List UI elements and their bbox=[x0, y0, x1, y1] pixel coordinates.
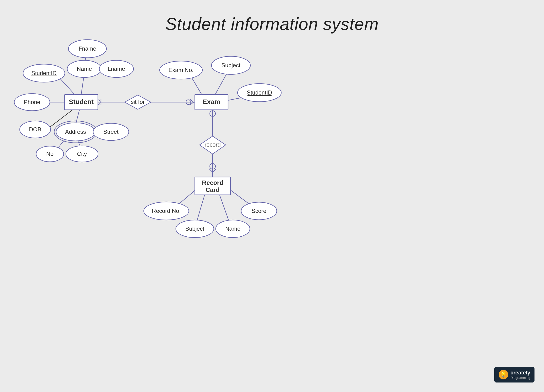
svg-text:StudentID: StudentID bbox=[247, 89, 272, 96]
svg-text:Subject: Subject bbox=[221, 62, 240, 68]
svg-text:sit for: sit for bbox=[131, 99, 145, 105]
svg-text:StudentID: StudentID bbox=[31, 70, 57, 76]
svg-text:Street: Street bbox=[103, 129, 118, 135]
svg-text:Card: Card bbox=[206, 186, 219, 193]
svg-line-29 bbox=[219, 192, 230, 224]
svg-text:Phone: Phone bbox=[24, 99, 40, 105]
creately-badge: 💡 creately Diagramming bbox=[494, 367, 534, 382]
svg-text:Student: Student bbox=[69, 98, 94, 106]
svg-text:No: No bbox=[46, 151, 54, 157]
svg-text:City: City bbox=[77, 151, 87, 157]
svg-text:Record: Record bbox=[202, 179, 223, 186]
svg-text:Exam: Exam bbox=[203, 98, 220, 106]
svg-text:Name: Name bbox=[77, 65, 92, 72]
creately-icon: 💡 bbox=[499, 370, 508, 380]
svg-text:Subject: Subject bbox=[185, 226, 204, 232]
svg-text:Fname: Fname bbox=[79, 45, 96, 52]
creately-company: creately bbox=[510, 370, 530, 376]
creately-subtitle: Diagramming bbox=[510, 376, 530, 380]
er-diagram: Student Exam Record Card sit for record … bbox=[0, 0, 544, 392]
svg-text:Score: Score bbox=[252, 208, 266, 214]
svg-text:record: record bbox=[205, 141, 221, 148]
svg-text:DOB: DOB bbox=[29, 126, 41, 133]
svg-text:Address: Address bbox=[65, 129, 86, 135]
svg-line-28 bbox=[196, 192, 206, 224]
svg-text:Name: Name bbox=[225, 226, 240, 232]
svg-text:Lname: Lname bbox=[108, 65, 125, 72]
svg-text:Exam No.: Exam No. bbox=[168, 67, 193, 73]
svg-text:Record No.: Record No. bbox=[152, 208, 181, 214]
svg-line-19 bbox=[214, 71, 228, 97]
